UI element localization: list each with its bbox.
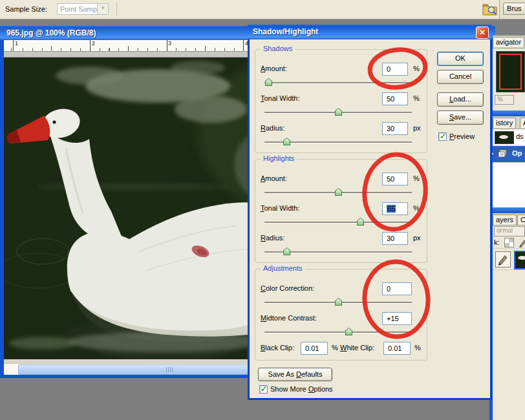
tab-actions[interactable]: A bbox=[520, 118, 525, 128]
shadows-tonal-width-label: Tonal Width: bbox=[261, 94, 300, 102]
brush-icon bbox=[496, 252, 509, 266]
lock-transparency-icon[interactable] bbox=[504, 238, 514, 247]
highlights-amount-label: Amount: bbox=[261, 174, 287, 182]
ok-button[interactable]: OK bbox=[437, 52, 484, 66]
white-clip-label: White Clip: bbox=[340, 344, 374, 352]
shadows-legend: Shadows bbox=[261, 45, 295, 52]
ruler-mark: 1 bbox=[15, 40, 18, 47]
layer-thumbnail[interactable] bbox=[514, 251, 525, 269]
navigator-panel: % bbox=[493, 48, 525, 110]
highlights-tonal-width-unit: % bbox=[413, 204, 420, 212]
navigator-zoom-field[interactable]: % bbox=[495, 95, 514, 105]
highlights-tonal-width-field[interactable]: 65 bbox=[382, 202, 408, 215]
highlights-amount-slider[interactable] bbox=[264, 188, 412, 196]
shadows-amount-slider[interactable] bbox=[264, 78, 412, 87]
file-browser-button[interactable] bbox=[482, 1, 498, 17]
blend-mode-row: ormal bbox=[493, 226, 525, 236]
layers-tab-row: ayers C bbox=[493, 213, 525, 226]
midtone-contrast-label: Midtone Contrast: bbox=[261, 314, 317, 322]
blend-mode-dropdown[interactable]: ormal bbox=[494, 226, 525, 236]
snapshot-thumbnail[interactable] bbox=[495, 131, 514, 144]
history-snapshot-row[interactable]: ds bbox=[493, 129, 525, 146]
paint-indicator-box[interactable] bbox=[495, 251, 511, 268]
history-list-empty bbox=[493, 163, 525, 207]
black-clip-unit: % bbox=[332, 344, 338, 352]
highlights-tonal-width-slider[interactable] bbox=[264, 218, 412, 226]
highlights-radius-slider[interactable] bbox=[264, 247, 412, 256]
adjustments-legend: Adjustments bbox=[261, 264, 305, 272]
highlights-radius-unit: px bbox=[413, 234, 421, 242]
color-correction-slider[interactable] bbox=[264, 298, 412, 306]
slider-thumb[interactable] bbox=[335, 108, 342, 116]
highlights-radius-field[interactable]: 30 bbox=[382, 232, 408, 245]
scrollbar-grip bbox=[166, 367, 173, 372]
adjustments-group: Adjustments Color Correction: 0 Midtone … bbox=[255, 269, 427, 361]
navigator-thumbnail[interactable] bbox=[496, 51, 525, 92]
slider-thumb[interactable] bbox=[335, 188, 342, 196]
highlights-amount-field[interactable]: 50 bbox=[382, 173, 408, 185]
tab-history[interactable]: istory bbox=[493, 118, 516, 128]
tab-navigator[interactable]: avigator bbox=[493, 37, 524, 47]
highlights-legend: Highlights bbox=[261, 154, 297, 162]
midtone-contrast-slider[interactable] bbox=[264, 328, 412, 336]
layer-row[interactable] bbox=[493, 249, 525, 270]
history-state-row[interactable]: Op bbox=[493, 146, 525, 163]
history-tab-row: istory A bbox=[493, 116, 525, 129]
palette-title-strip[interactable] bbox=[493, 110, 525, 116]
navigator-view-box[interactable] bbox=[499, 54, 522, 90]
lock-paint-brush-icon[interactable] bbox=[517, 238, 525, 247]
shadows-radius-label: Radius: bbox=[261, 124, 284, 132]
ruler-mark: 3 bbox=[168, 40, 171, 47]
show-more-options-checkbox[interactable] bbox=[259, 385, 268, 394]
tab-channels[interactable]: C bbox=[517, 215, 525, 225]
slider-thumb[interactable] bbox=[283, 247, 290, 255]
slider-thumb[interactable] bbox=[357, 218, 364, 226]
slider-thumb[interactable] bbox=[283, 138, 290, 145]
sample-size-label: Sample Size: bbox=[5, 5, 47, 13]
shadows-tonal-width-slider[interactable] bbox=[264, 108, 412, 116]
black-clip-label: Black Clip: bbox=[261, 344, 294, 352]
palette-well: Brus bbox=[499, 0, 525, 19]
slider-thumb[interactable] bbox=[335, 298, 342, 306]
shadows-radius-slider[interactable] bbox=[264, 138, 412, 146]
load-button[interactable]: Load... bbox=[437, 92, 484, 107]
tab-layers[interactable]: ayers bbox=[493, 215, 517, 225]
close-icon[interactable]: ✕ bbox=[476, 26, 489, 39]
show-more-options-label: Show More Options bbox=[270, 385, 333, 393]
tab-brushes[interactable]: Brus bbox=[503, 3, 525, 15]
chevron-down-icon[interactable]: ▼ bbox=[97, 4, 108, 14]
dialog-title-bar[interactable]: Shadow/Highlight bbox=[248, 25, 492, 39]
shadows-radius-unit: px bbox=[413, 124, 421, 132]
highlights-group: Highlights Amount: 50 % Tonal Width: 65 … bbox=[255, 159, 427, 263]
shadow-highlight-dialog: Shadow/Highlight ✕ Shadows Amount: 0 % T… bbox=[248, 25, 492, 400]
white-clip-field[interactable]: 0.01 bbox=[383, 342, 411, 355]
shadows-amount-field[interactable]: 0 bbox=[382, 63, 408, 76]
snapshot-label: ds bbox=[516, 132, 524, 140]
highlights-radius-label: Radius: bbox=[261, 234, 284, 242]
color-correction-field[interactable]: 0 bbox=[382, 282, 412, 295]
save-button[interactable]: Save... bbox=[437, 110, 484, 125]
palette-title-strip[interactable] bbox=[493, 207, 525, 213]
shadows-amount-label: Amount: bbox=[261, 65, 287, 72]
cancel-button[interactable]: Cancel bbox=[437, 70, 484, 84]
sample-size-dropdown[interactable]: Point Sample ▼ bbox=[57, 3, 109, 15]
preview-checkbox[interactable] bbox=[438, 132, 447, 141]
history-state-label: Op bbox=[512, 149, 522, 157]
history-state-icon bbox=[498, 149, 508, 158]
slider-thumb[interactable] bbox=[345, 328, 352, 335]
palette-column: avigator % istory A ds Op ayers C ormal … bbox=[489, 36, 525, 420]
ruler-mark: 2 bbox=[92, 40, 95, 47]
slider-thumb[interactable] bbox=[265, 78, 272, 86]
folder-search-icon bbox=[482, 1, 498, 17]
palette-filler bbox=[493, 270, 525, 420]
navigator-tab-row: avigator bbox=[493, 36, 525, 48]
shadows-tonal-width-field[interactable]: 50 bbox=[382, 92, 408, 105]
white-clip-unit: % bbox=[414, 344, 421, 352]
black-clip-field[interactable]: 0.01 bbox=[301, 342, 328, 355]
midtone-contrast-field[interactable]: +15 bbox=[382, 312, 412, 325]
save-as-defaults-button[interactable]: Save As Defaults bbox=[258, 368, 332, 381]
shadows-tonal-width-unit: % bbox=[413, 94, 420, 102]
shadows-radius-field[interactable]: 30 bbox=[382, 122, 408, 135]
shadows-group: Shadows Amount: 0 % Tonal Width: 50 % Ra… bbox=[255, 49, 427, 153]
highlights-tonal-width-label: Tonal Width: bbox=[261, 204, 300, 212]
